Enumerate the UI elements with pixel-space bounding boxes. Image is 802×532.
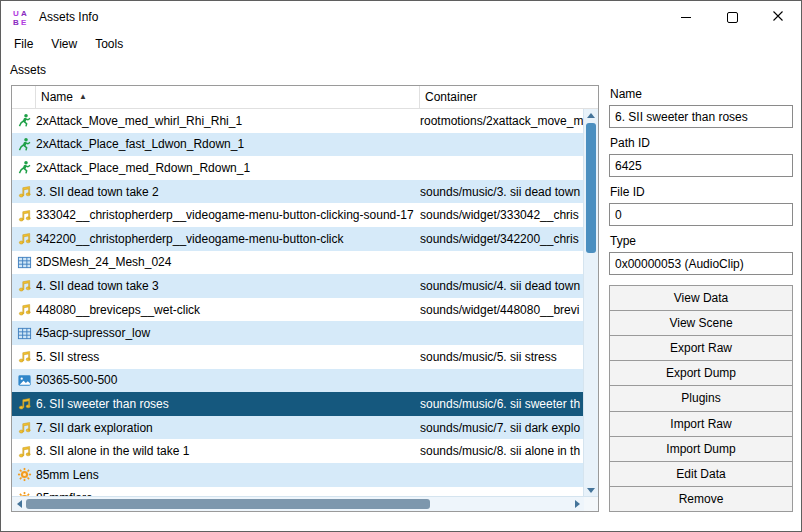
animation-icon (12, 113, 36, 128)
audio-icon (12, 302, 36, 317)
asset-name: 3DSMesh_24_Mesh_024 (36, 255, 420, 269)
table-row[interactable]: 85mmflare (12, 487, 583, 497)
audio-icon (12, 208, 36, 223)
close-icon (773, 10, 783, 24)
title-bar: U A B E Assets Info (1, 1, 801, 33)
table-row[interactable]: 4. SII dead town take 3sounds/music/4. s… (12, 274, 583, 298)
table-row[interactable]: 8. SII alone in the wild take 1sounds/mu… (12, 439, 583, 463)
type-field[interactable] (609, 252, 793, 275)
table-row[interactable]: 5. SII stresssounds/music/5. sii stress (12, 345, 583, 369)
asset-name: 2xAttack_Place_med_Rdown_Rdown_1 (36, 161, 420, 175)
menu-file[interactable]: File (5, 34, 42, 54)
mesh-icon (12, 326, 36, 341)
table-row[interactable]: 448080__breviceps__wet-clicksounds/widge… (12, 298, 583, 322)
details-panel: NamePath IDFile IDType View DataView Sce… (609, 87, 793, 512)
horizontal-scrollbar-thumb[interactable] (26, 499, 430, 509)
animation-icon (12, 137, 36, 152)
scroll-left-arrow-icon[interactable] (12, 497, 26, 511)
asset-container: rootmotions/2xattack_move_m (420, 114, 583, 128)
sort-ascending-icon: ▲ (79, 93, 87, 101)
edit-data-button[interactable]: Edit Data (609, 461, 793, 487)
view-scene-button[interactable]: View Scene (609, 310, 793, 336)
table-row[interactable]: 50365-500-500 (12, 369, 583, 393)
menu-tools[interactable]: Tools (86, 34, 132, 54)
type-label: Type (610, 234, 793, 248)
import-raw-button[interactable]: Import Raw (609, 411, 793, 437)
close-button[interactable] (755, 1, 801, 33)
table-row[interactable]: 3DSMesh_24_Mesh_024 (12, 251, 583, 275)
asset-name: 4. SII dead town take 3 (36, 279, 420, 293)
plugins-button[interactable]: Plugins (609, 385, 793, 411)
menu-view[interactable]: View (42, 34, 86, 54)
asset-container: sounds/widget/333042__chris (420, 208, 583, 222)
lens-icon (12, 467, 36, 482)
export-raw-button[interactable]: Export Raw (609, 335, 793, 361)
asset-container: sounds/music/6. sii sweeter th (420, 397, 583, 411)
export-dump-button[interactable]: Export Dump (609, 360, 793, 386)
asset-name: 50365-500-500 (36, 373, 420, 387)
table-row[interactable]: 2xAttack_Place_med_Rdown_Rdown_1 (12, 156, 583, 180)
name-field[interactable] (609, 105, 793, 128)
maximize-button[interactable] (709, 1, 755, 33)
assets-label: Assets (10, 63, 46, 77)
asset-container: sounds/music/7. sii dark explo (420, 421, 583, 435)
asset-container: sounds/music/8. sii alone in th (420, 444, 583, 458)
path-id-field[interactable] (609, 154, 793, 177)
column-header-container[interactable]: Container (420, 86, 584, 108)
view-data-button[interactable]: View Data (609, 285, 793, 311)
details-fields: NamePath IDFile IDType (609, 87, 793, 283)
vertical-scrollbar-thumb[interactable] (586, 123, 596, 253)
asset-name: 3. SII dead town take 2 (36, 185, 420, 199)
table-row[interactable]: 2xAttack_Place_fast_Ldwon_Rdown_1 (12, 133, 583, 157)
maximize-icon (727, 12, 738, 23)
table-row[interactable]: 3. SII dead town take 2sounds/music/3. s… (12, 180, 583, 204)
minimize-icon (681, 17, 691, 18)
asset-name: 342200__christopherderp__videogame-menu-… (36, 232, 420, 246)
asset-table-body: 2xAttack_Move_med_whirl_Rhi_Rhi_1rootmot… (12, 109, 583, 496)
asset-name: 8. SII alone in the wild take 1 (36, 444, 420, 458)
asset-name: 7. SII dark exploration (36, 421, 420, 435)
window-title: Assets Info (39, 10, 98, 24)
scroll-up-arrow-icon[interactable] (584, 109, 598, 121)
scrollbar-corner (584, 497, 598, 511)
path-id-label: Path ID (610, 136, 793, 150)
table-row[interactable]: 45acp-supressor_low (12, 321, 583, 345)
table-row[interactable]: 7. SII dark explorationsounds/music/7. s… (12, 416, 583, 440)
animation-icon (12, 160, 36, 175)
table-row[interactable]: 85mm Lens (12, 463, 583, 487)
asset-name: 5. SII stress (36, 350, 420, 364)
details-buttons: View DataView SceneExport RawExport Dump… (609, 285, 793, 512)
asset-name: 448080__breviceps__wet-click (36, 303, 420, 317)
header-spacer (584, 86, 598, 108)
table-header: Name ▲ Container (12, 86, 598, 109)
asset-name: 333042__christopherderp__videogame-menu-… (36, 208, 420, 222)
menu-bar: FileViewTools (1, 33, 801, 55)
table-row[interactable]: 342200__christopherderp__videogame-menu-… (12, 227, 583, 251)
vertical-scrollbar[interactable] (583, 109, 598, 496)
svg-text:U: U (13, 9, 19, 18)
scroll-down-arrow-icon[interactable] (584, 484, 598, 496)
window-controls (663, 1, 801, 33)
horizontal-scrollbar[interactable] (12, 497, 584, 511)
column-header-icon[interactable] (12, 86, 36, 108)
audio-icon (12, 396, 36, 411)
import-dump-button[interactable]: Import Dump (609, 436, 793, 462)
column-header-name-label: Name (41, 90, 73, 104)
table-row[interactable]: 333042__christopherderp__videogame-menu-… (12, 203, 583, 227)
name-label: Name (610, 87, 793, 101)
table-row[interactable]: 6. SII sweeter than rosessounds/music/6.… (12, 392, 583, 416)
scroll-right-arrow-icon[interactable] (570, 497, 584, 511)
audio-icon (12, 184, 36, 199)
minimize-button[interactable] (663, 1, 709, 33)
audio-icon (12, 420, 36, 435)
asset-name: 45acp-supressor_low (36, 326, 420, 340)
remove-button[interactable]: Remove (609, 486, 793, 512)
column-header-container-label: Container (425, 90, 477, 104)
svg-text:A: A (21, 9, 27, 18)
table-row[interactable]: 2xAttack_Move_med_whirl_Rhi_Rhi_1rootmot… (12, 109, 583, 133)
file-id-field[interactable] (609, 203, 793, 226)
column-header-name[interactable]: Name ▲ (36, 86, 420, 108)
asset-container: sounds/music/4. sii dead town (420, 279, 583, 293)
asset-container: sounds/music/5. sii stress (420, 350, 583, 364)
asset-name: 6. SII sweeter than roses (36, 397, 420, 411)
